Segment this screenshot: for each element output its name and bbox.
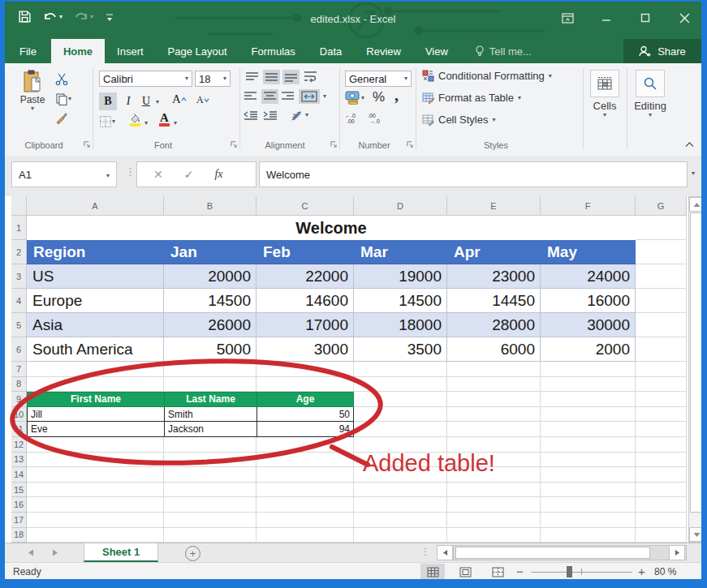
cell-A4[interactable]: Europe [27, 289, 164, 313]
tell-me-box[interactable]: Tell me... [465, 39, 541, 63]
cell-G10[interactable] [636, 407, 687, 423]
new-sheet-button[interactable]: + [185, 546, 200, 561]
cell-F4[interactable]: 16000 [541, 289, 636, 313]
merge-center-button[interactable] [299, 89, 320, 104]
page-layout-view-button[interactable] [453, 564, 477, 579]
align-middle-button[interactable] [263, 70, 280, 84]
cell-C6[interactable]: 3000 [257, 337, 354, 362]
zoom-in-button[interactable]: + [638, 564, 645, 578]
normal-view-button[interactable] [420, 564, 445, 579]
cell-F6[interactable]: 2000 [541, 337, 636, 362]
cell-B12[interactable] [164, 437, 257, 453]
cell-D9[interactable] [354, 392, 447, 407]
cell-F2[interactable]: May [541, 240, 636, 264]
cell-D13[interactable] [354, 453, 447, 468]
cells-button[interactable]: Cells ▾ [588, 70, 622, 118]
tab-view[interactable]: View [413, 39, 460, 63]
cell-B15[interactable] [164, 483, 257, 498]
cell-E8[interactable] [447, 377, 541, 393]
cell-B11[interactable]: Jackson [164, 422, 257, 437]
cell-F15[interactable] [541, 483, 636, 498]
cell-G12[interactable] [636, 437, 687, 453]
wrap-text-button[interactable] [304, 70, 318, 83]
align-center-button[interactable] [261, 89, 278, 104]
underline-dropdown[interactable]: ▾ [156, 99, 159, 105]
cell-E3[interactable]: 23000 [447, 264, 541, 289]
cell-C18[interactable] [257, 528, 354, 543]
column-header-F[interactable]: F [541, 196, 636, 216]
cell-A6[interactable]: South America [27, 337, 164, 362]
row-header-1[interactable]: 1 [11, 216, 27, 240]
cell-E10[interactable] [447, 407, 541, 423]
underline-button[interactable]: U [138, 92, 154, 110]
cell-C7[interactable] [257, 362, 354, 377]
row-header-16[interactable]: 16 [11, 497, 27, 513]
tab-home[interactable]: Home [51, 39, 105, 63]
cell-A9[interactable]: First Name [27, 392, 164, 407]
cell-F18[interactable] [541, 528, 636, 543]
bold-button[interactable]: B [99, 92, 117, 110]
font-name-combo[interactable]: Calibri▾ [99, 71, 192, 87]
align-top-button[interactable] [245, 71, 259, 83]
cell-A14[interactable] [27, 467, 164, 483]
cell-F5[interactable]: 30000 [541, 313, 636, 337]
cell-B8[interactable] [164, 377, 257, 393]
cell-E17[interactable] [447, 513, 541, 528]
row-header-6[interactable]: 6 [11, 337, 27, 362]
accounting-format-button[interactable]: ▾ [345, 91, 364, 105]
cell-D16[interactable] [354, 497, 447, 513]
cell-C2[interactable]: Feb [257, 240, 354, 264]
tabbar-separator[interactable]: ⋮ [420, 546, 430, 557]
cell-E13[interactable] [447, 453, 541, 468]
cell-F17[interactable] [541, 513, 636, 528]
formula-input[interactable]: Welcome [259, 161, 688, 187]
comma-style-button[interactable]: , [394, 86, 399, 105]
confirm-entry-icon[interactable]: ✓ [184, 168, 194, 181]
cell-C10[interactable]: 50 [257, 407, 354, 423]
cell-E9[interactable] [447, 392, 541, 407]
cell-A7[interactable] [27, 362, 164, 377]
cell-A1-merged-title[interactable]: Welcome [27, 216, 636, 240]
cell-B13[interactable] [164, 453, 257, 468]
percent-style-button[interactable]: % [373, 89, 385, 105]
cell-B7[interactable] [164, 362, 257, 377]
row-header-4[interactable]: 4 [11, 289, 27, 313]
cell-E7[interactable] [447, 362, 541, 377]
cell-B6[interactable]: 5000 [164, 337, 257, 362]
align-left-button[interactable] [244, 91, 257, 102]
close-button[interactable] [674, 8, 695, 28]
cell-C17[interactable] [257, 513, 354, 528]
cell-B3[interactable]: 20000 [164, 264, 257, 289]
vertical-scrollbar[interactable] [688, 196, 701, 543]
cell-B4[interactable]: 14500 [164, 289, 257, 313]
cell-A12[interactable] [27, 437, 164, 453]
hscroll-left-button[interactable] [437, 545, 453, 560]
font-size-combo[interactable]: 18▾ [195, 71, 231, 87]
cell-D10[interactable] [354, 407, 447, 423]
column-header-D[interactable]: D [354, 196, 447, 216]
name-box[interactable]: A1 ▾ [11, 161, 117, 187]
cell-G9[interactable] [636, 392, 687, 407]
cell-G13[interactable] [636, 453, 687, 468]
cell-B10[interactable]: Smith [164, 407, 257, 423]
cell-D3[interactable]: 19000 [354, 264, 447, 289]
cell-C4[interactable]: 14600 [257, 289, 354, 313]
vertical-scroll-thumb[interactable] [690, 212, 701, 513]
cell-G14[interactable] [636, 467, 687, 483]
cell-A10[interactable]: Jill [27, 407, 164, 423]
cell-D2[interactable]: Mar [354, 240, 447, 264]
cell-A3[interactable]: US [27, 264, 164, 289]
cell-D12[interactable] [354, 437, 447, 453]
align-right-button[interactable] [281, 91, 295, 102]
page-break-view-button[interactable] [485, 564, 510, 579]
cell-E4[interactable]: 14450 [447, 289, 541, 313]
cell-G2[interactable] [636, 240, 687, 264]
cell-E14[interactable] [447, 467, 541, 483]
row-header-9[interactable]: 9 [11, 392, 27, 407]
cell-C5[interactable]: 17000 [257, 313, 354, 337]
minimize-button[interactable] [596, 8, 617, 28]
row-header-17[interactable]: 17 [11, 513, 27, 528]
cell-F3[interactable]: 24000 [541, 264, 636, 289]
cell-B9[interactable]: Last Name [164, 392, 257, 407]
cell-D7[interactable] [354, 362, 447, 377]
